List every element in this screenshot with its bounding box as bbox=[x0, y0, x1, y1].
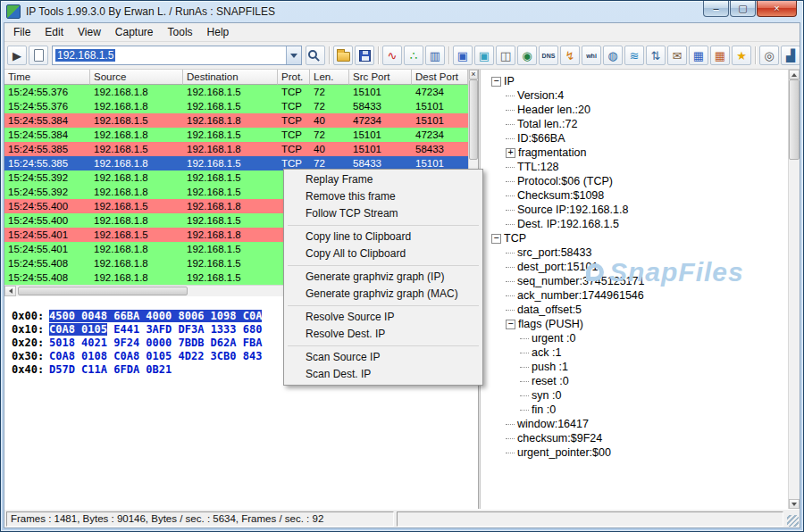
tree-node[interactable]: ID:$66BA bbox=[484, 131, 786, 145]
find-frame-button[interactable]: ◎ bbox=[759, 46, 779, 65]
tree-scroll-up-button[interactable] bbox=[789, 70, 800, 79]
context-menu-item-scan-dest-ip[interactable]: Scan Dest. IP bbox=[286, 366, 481, 383]
column-header-destination[interactable]: Destination bbox=[183, 70, 278, 85]
column-header-src-port[interactable]: Src Port bbox=[349, 70, 412, 85]
resize-grip[interactable] bbox=[787, 515, 799, 527]
menu-item-edit[interactable]: Edit bbox=[38, 24, 71, 40]
column-header-time[interactable]: Time bbox=[4, 70, 90, 85]
network-button[interactable]: ◉ bbox=[517, 46, 537, 65]
context-menu-item-generate-graphviz-graph-ip[interactable]: Generate graphviz graph (IP) bbox=[286, 269, 481, 286]
title-bar[interactable]: IP Tools 1.99.3.0 By Erwan L. / RunAs : … bbox=[1, 1, 803, 22]
line-chart-button[interactable]: ∿ bbox=[382, 46, 402, 65]
tree-node[interactable]: Protocol:$06 (TCP) bbox=[484, 174, 786, 188]
tree-collapse-icon[interactable]: − bbox=[491, 234, 501, 244]
web-button[interactable]: ◍ bbox=[603, 46, 623, 65]
tree-vscroll-track[interactable] bbox=[789, 79, 800, 499]
scroll-close-button[interactable]: × bbox=[469, 70, 478, 79]
menu-item-capture[interactable]: Capture bbox=[108, 24, 161, 40]
table-blue-button[interactable]: ▦ bbox=[689, 46, 708, 65]
table-row[interactable]: 15:24:55.384192.168.1.5192.168.1.8TCP404… bbox=[4, 113, 478, 128]
start-capture-button[interactable]: ▶ bbox=[7, 46, 27, 65]
tree-node[interactable]: ack_number:1744961546 bbox=[484, 288, 786, 303]
context-menu-item-generate-graphviz-graph-mac[interactable]: Generate graphviz graph (MAC) bbox=[286, 286, 481, 303]
minimize-button[interactable]: – bbox=[703, 1, 729, 17]
local-host-button[interactable]: ▣ bbox=[453, 46, 473, 65]
menu-item-tools[interactable]: Tools bbox=[161, 24, 200, 40]
context-menu-item-follow-tcp-stream[interactable]: Follow TCP Stream bbox=[286, 205, 481, 222]
flash-button[interactable]: ↯ bbox=[560, 46, 580, 65]
tree-node[interactable]: seq_number:3745125171 bbox=[484, 274, 786, 288]
tree-node[interactable]: Total len.:72 bbox=[484, 117, 786, 131]
tree-expand-icon[interactable]: + bbox=[506, 148, 515, 158]
tree-node[interactable]: urgent_pointer:$00 bbox=[484, 445, 786, 460]
menu-item-help[interactable]: Help bbox=[200, 24, 237, 40]
whois-button[interactable]: whi bbox=[582, 46, 601, 65]
tree-node[interactable]: dest_port:15101 bbox=[484, 260, 786, 274]
context-menu-item-copy-all-to-clipboard[interactable]: Copy All to Clipboard bbox=[286, 245, 481, 262]
table-row[interactable]: 15:24:55.385192.168.1.5192.168.1.8TCP401… bbox=[4, 142, 478, 156]
tree-node[interactable]: syn :0 bbox=[484, 388, 786, 403]
maximize-button[interactable]: ▢ bbox=[730, 1, 756, 17]
tree-node[interactable]: push :1 bbox=[484, 360, 786, 374]
tree-node[interactable]: −flags (PUSH) bbox=[484, 317, 786, 331]
target-address-input[interactable]: 192.168.1.5 bbox=[53, 46, 286, 64]
context-menu-item-copy-line-to-clipboard[interactable]: Copy line to Clipboard bbox=[286, 229, 481, 245]
dns-lookup-button[interactable]: DNS bbox=[539, 46, 558, 65]
tree-node[interactable]: TTL:128 bbox=[484, 160, 786, 174]
statistics-button[interactable]: ▟ bbox=[781, 46, 800, 65]
netstat-button[interactable]: ⇅ bbox=[646, 46, 666, 65]
column-header-dest-port[interactable]: Dest Port bbox=[412, 70, 468, 85]
tree-node[interactable]: +fragmentation bbox=[484, 145, 786, 160]
save-file-button[interactable] bbox=[355, 46, 374, 65]
table-row[interactable]: 15:24:55.376192.168.1.8192.168.1.5TCP721… bbox=[4, 85, 478, 99]
tree-node[interactable]: window:16417 bbox=[484, 417, 786, 431]
tree-node[interactable]: Checksum:$1098 bbox=[484, 188, 786, 203]
bar-chart-button[interactable]: ▥ bbox=[425, 46, 445, 65]
tree-node[interactable]: Source IP:192.168.1.8 bbox=[484, 203, 786, 217]
context-menu-item-resolve-dest-ip[interactable]: Resolve Dest. IP bbox=[286, 326, 481, 343]
remote-host-button[interactable]: ▣ bbox=[474, 46, 494, 65]
tree-scroll-down-button[interactable] bbox=[789, 499, 800, 509]
table-row[interactable]: 15:24:55.376192.168.1.8192.168.1.5TCP725… bbox=[4, 99, 478, 113]
tree-node[interactable]: src_port:58433 bbox=[484, 245, 786, 260]
table-orange-button[interactable]: ▦ bbox=[710, 46, 730, 65]
close-button[interactable]: × bbox=[757, 1, 797, 17]
tree-node[interactable]: Version:4 bbox=[484, 88, 786, 103]
vscroll-thumb[interactable] bbox=[469, 79, 478, 160]
column-header-len[interactable]: Len. bbox=[310, 70, 349, 85]
tree-node[interactable]: reset :0 bbox=[484, 374, 786, 388]
hscroll-thumb[interactable] bbox=[18, 287, 188, 295]
tree-vscroll-thumb[interactable] bbox=[789, 79, 800, 160]
tree-node[interactable]: fin :0 bbox=[484, 403, 786, 417]
adapter-button[interactable]: ◫ bbox=[496, 46, 515, 65]
context-menu-item-remove-this-frame[interactable]: Remove this frame bbox=[286, 188, 481, 205]
target-address-combo[interactable]: 192.168.1.5 bbox=[52, 46, 302, 65]
tree-node[interactable]: data_offset:5 bbox=[484, 303, 786, 317]
tree-node[interactable]: ack :1 bbox=[484, 345, 786, 360]
open-file-button[interactable] bbox=[333, 46, 353, 65]
context-menu-item-scan-source-ip[interactable]: Scan Source IP bbox=[286, 349, 481, 366]
combo-dropdown-button[interactable] bbox=[286, 46, 301, 64]
tree-node[interactable]: −TCP bbox=[484, 231, 786, 245]
new-capture-button[interactable] bbox=[29, 46, 48, 65]
context-menu-item-resolve-source-ip[interactable]: Resolve Source IP bbox=[286, 309, 481, 326]
scatter-chart-button[interactable]: ∴ bbox=[404, 46, 423, 65]
tree-collapse-icon[interactable]: − bbox=[506, 320, 515, 329]
table-row[interactable]: 15:24:55.384192.168.1.8192.168.1.5TCP721… bbox=[4, 128, 478, 142]
tree-collapse-icon[interactable]: − bbox=[491, 77, 501, 87]
tree-node[interactable]: Header len.:20 bbox=[484, 103, 786, 117]
menu-item-file[interactable]: File bbox=[6, 24, 38, 40]
ping-button[interactable]: ≋ bbox=[624, 46, 644, 65]
column-header-source[interactable]: Source bbox=[90, 70, 183, 85]
tree-node[interactable]: −IP bbox=[484, 74, 786, 88]
tree-node[interactable]: urgent :0 bbox=[484, 331, 786, 345]
search-button[interactable] bbox=[306, 46, 325, 65]
scroll-left-button[interactable] bbox=[4, 286, 16, 296]
menu-item-view[interactable]: View bbox=[71, 24, 108, 40]
tree-vscrollbar[interactable] bbox=[788, 70, 800, 509]
column-header-prot[interactable]: Prot. bbox=[278, 70, 310, 85]
context-menu-item-replay-frame[interactable]: Replay Frame bbox=[286, 171, 481, 188]
tree-node[interactable]: checksum:$9F24 bbox=[484, 431, 786, 445]
favorites-button[interactable]: ★ bbox=[732, 46, 751, 65]
mail-button[interactable]: ✉ bbox=[667, 46, 687, 65]
